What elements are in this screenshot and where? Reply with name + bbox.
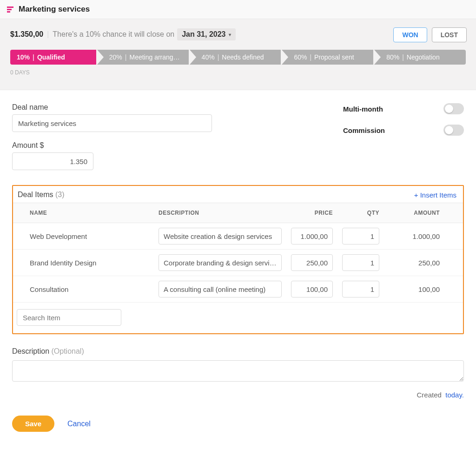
stage-pct: 40% (202, 53, 215, 61)
deal-name-label: Deal name (12, 103, 212, 112)
multi-month-toggle[interactable] (443, 103, 464, 114)
deal-items-table: NAME DESCRIPTION PRICE QTY AMOUNT Web De… (13, 203, 463, 303)
stage-label: Needs defined (222, 53, 264, 61)
item-name: Brand Identity Design (13, 250, 154, 276)
stage-days: 0 DAYS (10, 69, 466, 76)
deal-amount: $1.350,00 (10, 30, 43, 39)
amount-input[interactable] (12, 152, 93, 170)
deal-items-count: (3) (55, 191, 65, 198)
col-amount: AMOUNT (384, 203, 444, 223)
summary-strip: $1.350,00 | There's a 10% chance it will… (0, 19, 476, 90)
description-label: Description (12, 347, 49, 355)
item-price-input[interactable] (291, 254, 333, 271)
save-button[interactable]: Save (12, 416, 54, 432)
item-qty-input[interactable] (342, 281, 379, 297)
table-row: Web Development 1.000,00 (13, 223, 463, 250)
commission-toggle[interactable] (443, 125, 464, 136)
col-price: PRICE (286, 203, 337, 223)
stage-needs[interactable]: 40% | Needs defined (190, 50, 282, 65)
item-desc-input[interactable] (159, 228, 282, 244)
created-label: Created (417, 391, 442, 399)
stage-negotiation[interactable]: 80% | Negotiation (374, 50, 466, 65)
item-amount: 250,00 (384, 250, 444, 276)
insert-items-link[interactable]: + Insert Items (414, 191, 456, 199)
description-textarea[interactable] (12, 360, 464, 382)
amount-label: Amount $ (12, 141, 212, 150)
close-date-picker[interactable]: Jan 31, 2023 ▾ (177, 28, 235, 40)
col-qty: QTY (337, 203, 384, 223)
item-amount: 100,00 (384, 276, 444, 303)
stage-label: Negotiation (407, 53, 440, 61)
stage-pct: 60% (294, 53, 307, 61)
stage-qualified[interactable]: 10% | Qualified (10, 50, 97, 65)
deal-items-panel: Deal Items (3) + Insert Items NAME DESCR… (12, 185, 464, 334)
search-item-input[interactable] (17, 309, 121, 326)
item-price-input[interactable] (291, 228, 333, 244)
item-amount: 1.000,00 (384, 223, 444, 250)
created-when-link[interactable]: today. (445, 391, 464, 399)
item-price-input[interactable] (291, 281, 333, 297)
item-name: Web Development (13, 223, 154, 250)
description-optional: (Optional) (51, 347, 84, 355)
item-desc-input[interactable] (159, 254, 282, 271)
stage-label: Proposal sent (314, 53, 354, 61)
cancel-button[interactable]: Cancel (67, 420, 91, 428)
item-qty-input[interactable] (342, 228, 379, 244)
lost-button[interactable]: LOST (432, 27, 467, 42)
header-bar: Marketing services (0, 0, 476, 19)
stage-pct: 10% (17, 53, 30, 61)
close-date-value: Jan 31, 2023 (182, 30, 225, 39)
stage-pct: 20% (109, 53, 122, 61)
table-row: Brand Identity Design 250,00 (13, 250, 463, 276)
chevron-down-icon: ▾ (229, 32, 231, 37)
item-desc-input[interactable] (159, 281, 282, 297)
stage-pct: 80% (386, 53, 399, 61)
pipeline: 10% | Qualified 20% | Meeting arrang… 40… (10, 50, 466, 65)
stage-meeting[interactable]: 20% | Meeting arrang… (97, 50, 190, 65)
col-desc: DESCRIPTION (154, 203, 286, 223)
won-button[interactable]: WON (393, 27, 427, 42)
app-logo-icon (7, 6, 14, 13)
deal-items-title: Deal Items (3) (18, 191, 64, 199)
close-chance-text: There's a 10% chance it will close on (53, 30, 174, 39)
stage-label: Meeting arrang… (129, 53, 179, 61)
col-name: NAME (13, 203, 154, 223)
item-qty-input[interactable] (342, 254, 379, 271)
deal-name-input[interactable] (12, 114, 212, 132)
stage-label: Qualified (37, 53, 65, 61)
page-title: Marketing services (19, 5, 90, 14)
divider: | (47, 30, 49, 39)
stage-proposal[interactable]: 60% | Proposal sent (282, 50, 374, 65)
multi-month-label: Multi-month (343, 105, 383, 113)
commission-label: Commission (343, 126, 385, 134)
item-name: Consultation (13, 276, 154, 303)
table-row: Consultation 100,00 (13, 276, 463, 303)
